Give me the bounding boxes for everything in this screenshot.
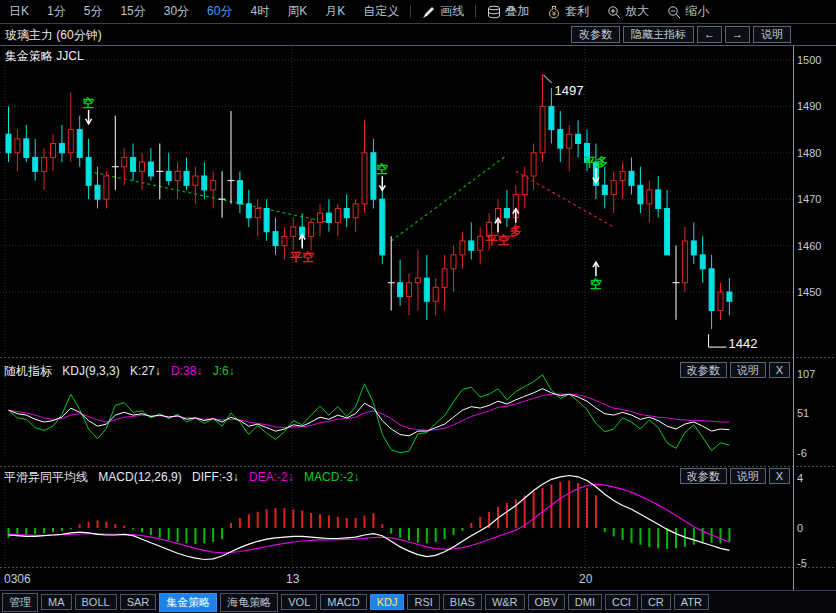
kdj-axis-label: 107 — [797, 368, 815, 380]
candle-body — [531, 153, 536, 176]
overlay-button[interactable]: 叠加 — [478, 3, 538, 20]
candle-body — [433, 287, 438, 301]
candle-body — [166, 171, 171, 180]
tab-sar[interactable]: SAR — [120, 594, 157, 610]
zoom-in-button[interactable]: 放大 — [598, 3, 658, 20]
macd-diff-value: DIFF:-3↓ — [192, 470, 239, 484]
tab-rsi[interactable]: RSI — [407, 594, 439, 610]
candle-body — [691, 241, 696, 255]
candle-body — [77, 130, 82, 158]
candle-body — [335, 208, 340, 222]
candle-body — [407, 283, 412, 297]
macd-dea-line — [9, 484, 730, 553]
change-params-button[interactable]: 改参数 — [571, 26, 620, 43]
candle-body — [469, 241, 474, 250]
callout-pointer — [544, 75, 552, 83]
signal-label: 空 — [376, 162, 388, 176]
candle-body — [344, 208, 349, 217]
hide-main-indicator-button[interactable]: 隐藏主指标 — [623, 26, 694, 43]
zoom-in-icon — [607, 5, 621, 19]
kdj-axis-label: -6 — [797, 447, 807, 459]
candle-body — [318, 213, 323, 222]
period-toolbar: 日K 1分 5分 15分 30分 60分 4时 周K 月K 自定义 画线 叠加 … — [0, 0, 836, 24]
help-button[interactable]: 说明 — [753, 26, 791, 43]
chart-canvas[interactable]: 150014901480147014601450空平空空平空多平多空149714… — [0, 0, 836, 613]
period-weekly[interactable]: 周K — [278, 3, 316, 20]
candle-body — [656, 190, 661, 209]
candle-body — [15, 139, 20, 153]
macd-name: 平滑异同平均线 — [4, 470, 88, 484]
candle-body — [95, 185, 100, 199]
tab-atr[interactable]: ATR — [674, 594, 709, 610]
zoom-out-button[interactable]: 缩小 — [658, 3, 718, 20]
kdj-params: KDJ(9,3,3) — [62, 364, 119, 378]
macd-axis-label: 0 — [797, 522, 803, 534]
tab-wr[interactable]: W&R — [485, 594, 525, 610]
tab-obv[interactable]: OBV — [528, 594, 565, 610]
next-arrow-button[interactable]: → — [725, 26, 750, 43]
candle-body — [665, 208, 670, 254]
kdj-name: 随机指标 — [4, 364, 52, 378]
main-axis-label: 1500 — [797, 54, 821, 66]
candle-body — [398, 283, 403, 297]
tab-ma[interactable]: MA — [41, 594, 72, 610]
candle-body — [255, 208, 260, 217]
candle-body — [140, 162, 145, 171]
macd-axis-label: 4 — [797, 472, 803, 484]
tab-macd[interactable]: MACD — [320, 594, 366, 610]
candle-body — [59, 144, 64, 153]
macd-macd-value: MACD:-2↓ — [304, 470, 359, 484]
period-4hour[interactable]: 4时 — [241, 3, 278, 20]
period-15min[interactable]: 15分 — [111, 3, 154, 20]
candle-body — [326, 213, 331, 222]
kdj-panel-header: 随机指标 KDJ(9,3,3) K:27↓ D:38↓ J:6↓ — [4, 363, 235, 380]
candle-body — [86, 157, 91, 185]
tab-jijin-strategy[interactable]: 集金策略 — [159, 593, 217, 612]
tab-dmi[interactable]: DMI — [568, 594, 602, 610]
candle-body — [291, 227, 296, 236]
candle-body — [478, 236, 483, 250]
kdj-d-value: D:38↓ — [171, 364, 202, 378]
tab-vol[interactable]: VOL — [281, 594, 317, 610]
candle-body — [273, 232, 278, 246]
period-monthly[interactable]: 月K — [316, 3, 354, 20]
tab-turtle-strategy[interactable]: 海龟策略 — [220, 593, 278, 612]
candle-body — [611, 181, 616, 195]
candle-body — [175, 171, 180, 180]
candle-body — [709, 269, 714, 311]
draw-line-button[interactable]: 画线 — [413, 3, 473, 20]
period-30min[interactable]: 30分 — [155, 3, 198, 20]
tab-bias[interactable]: BIAS — [443, 594, 482, 610]
macd-dea-value: DEA:-2↓ — [249, 470, 294, 484]
candle-body — [522, 176, 527, 195]
tab-manage[interactable]: 管理 — [2, 593, 38, 612]
signal-label: 平多 — [583, 155, 608, 169]
tab-cr[interactable]: CR — [641, 594, 671, 610]
candle-body — [371, 153, 376, 199]
main-axis-label: 1490 — [797, 100, 821, 112]
period-5min[interactable]: 5分 — [75, 3, 112, 20]
tab-cci[interactable]: CCI — [605, 594, 638, 610]
candle-body — [104, 176, 109, 199]
candle-body — [237, 181, 242, 204]
period-60min[interactable]: 60分 — [198, 3, 241, 20]
candle-body — [380, 199, 385, 255]
candle-body — [576, 134, 581, 143]
candle-body — [282, 236, 287, 245]
candle-body — [353, 204, 358, 218]
period-1min[interactable]: 1分 — [38, 3, 75, 20]
period-custom[interactable]: 自定义 — [354, 3, 408, 20]
prev-arrow-button[interactable]: ← — [697, 26, 722, 43]
arbitrage-button[interactable]: ¥ 套利 — [538, 3, 598, 20]
tab-kdj[interactable]: KDJ — [370, 594, 405, 610]
candle-body — [727, 292, 732, 301]
signal-label: 空 — [83, 96, 95, 110]
candle-body — [362, 153, 367, 204]
candle-body — [558, 130, 563, 149]
main-axis-label: 1450 — [797, 286, 821, 298]
tab-boll[interactable]: BOLL — [75, 594, 117, 610]
main-axis-label: 1460 — [797, 240, 821, 252]
candle-body — [24, 139, 29, 158]
period-daily[interactable]: 日K — [0, 3, 38, 20]
trendline — [516, 171, 614, 227]
